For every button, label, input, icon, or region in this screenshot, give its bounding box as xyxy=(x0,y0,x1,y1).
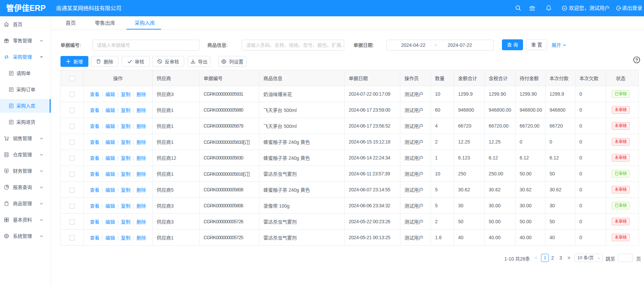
svg-text:?: ? xyxy=(636,58,638,62)
